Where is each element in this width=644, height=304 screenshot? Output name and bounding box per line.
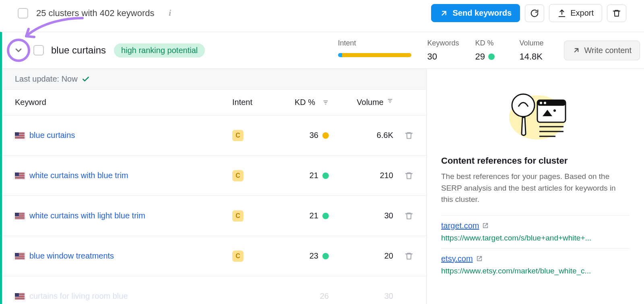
cluster-panel: blue curtains high ranking potential Int… [0,32,644,304]
content-references-panel: Content references for cluster The best … [427,69,644,304]
table-row: white curtains with blue trim C 21 210 [2,155,426,195]
reference-item: etsy.com https://www.etsy.com/market/blu… [441,248,630,281]
write-content-button[interactable]: Write content [564,41,640,60]
table-row: blue window treatments C 23 20 [2,236,426,276]
svg-point-10 [540,102,542,104]
col-volume[interactable]: Volume [329,98,393,107]
info-icon[interactable]: i [169,8,171,18]
us-flag-icon [15,132,25,139]
last-update-row: Last update: Now [2,69,426,89]
col-keyword[interactable]: Keyword [15,98,232,107]
kd-cell: 21 [268,171,329,180]
us-flag-icon [15,253,25,259]
trash-icon[interactable] [405,131,413,140]
references-description: The best references for your pages. Base… [441,171,630,205]
references-illustration [441,83,630,144]
keyword-link[interactable]: white curtains with light blue trim [29,211,145,220]
intent-chip: C [232,170,244,181]
trash-icon[interactable] [405,212,413,220]
keyword-cell: white curtains with light blue trim [15,211,232,220]
sort-icon [322,99,329,106]
sort-icon [387,98,393,104]
reference-item: target.com https://www.target.com/s/blue… [441,215,630,248]
table-header-row: Keyword Intent KD % Volume [2,89,426,115]
export-label: Export [570,8,594,18]
arrow-right-icon [440,9,448,18]
stat-kd: KD % 29 [467,39,512,62]
top-right: Send keywords Export [431,4,626,22]
keyword-link[interactable]: blue window treatments [29,251,114,261]
col-kd[interactable]: KD % [268,98,329,107]
references-title: Content references for cluster [441,156,630,166]
stat-intent: Intent [330,39,419,62]
reference-url: https://www.etsy.com/market/blue_white_c… [441,267,630,275]
kd-cell: 36 [268,131,329,140]
col-intent[interactable]: Intent [232,98,268,107]
intent-chip: C [232,251,244,262]
stat-kd-label: KD % [475,39,504,47]
stat-volume: Volume 14.8K [512,39,556,62]
cluster-stats: Intent Keywords 30 KD % 29 Volume 14.8K [330,39,556,62]
keyword-cell: blue window treatments [15,251,232,261]
intent-cell: C [232,170,268,181]
stat-kd-value: 29 [475,51,504,62]
refresh-button[interactable] [525,4,544,22]
svg-point-13 [553,109,556,112]
intent-bar [338,53,411,57]
stat-volume-value: 14.8K [520,51,548,62]
delete-cell [393,131,413,140]
trash-icon [612,9,621,18]
delete-cell [393,171,413,180]
table-row: white curtains with light blue trim C 21… [2,195,426,236]
keyword-link[interactable]: blue curtains [29,131,75,140]
kd-dot-icon [322,213,329,219]
send-keywords-button[interactable]: Send keywords [431,4,520,22]
volume-cell: 210 [329,171,393,180]
check-icon [82,75,90,83]
upload-icon [557,9,566,18]
cluster-checkbox[interactable] [33,45,44,55]
trash-icon[interactable] [405,252,413,261]
trash-icon[interactable] [405,171,413,180]
us-flag-icon [15,293,25,300]
cluster-header: blue curtains high ranking potential Int… [2,32,644,68]
stat-volume-label: Volume [520,39,548,47]
keyword-link[interactable]: curtains for living room blue [29,292,128,301]
write-content-label: Write content [584,46,632,55]
reference-domain-link[interactable]: etsy.com [441,254,483,263]
intent-cell: C [232,210,268,222]
send-keywords-label: Send keywords [452,8,512,18]
kd-cell: 21 [268,211,329,220]
intent-chip: C [232,210,244,222]
us-flag-icon [15,213,25,219]
refresh-icon [530,9,539,18]
last-update-label: Last update: Now [15,74,78,84]
kd-dot-icon [322,253,329,259]
volume-cell: 20 [329,251,393,261]
keyword-link[interactable]: white curtains with blue trim [29,171,128,180]
stat-intent-label: Intent [338,39,411,47]
kd-cell: 26 [268,292,329,301]
arrow-right-icon [572,46,580,54]
select-all-checkbox[interactable] [18,8,28,18]
table-row: curtains for living room blue 26 30 [2,276,426,304]
export-button[interactable]: Export [549,4,602,22]
top-bar: 25 clusters with 402 keywords i Send key… [0,0,644,32]
reference-domain-link[interactable]: target.com [441,221,489,230]
kd-dot-icon [322,173,329,179]
intent-cell: C [232,130,268,141]
cluster-summary: 25 clusters with 402 keywords [36,8,154,18]
expand-toggle[interactable] [7,39,30,62]
intent-cell: C [232,251,268,262]
volume-cell: 30 [329,211,393,220]
stat-keywords: Keywords 30 [419,39,467,62]
delete-all-button[interactable] [607,4,626,22]
cluster-title: blue curtains [51,45,106,56]
intent-chip: C [232,130,244,141]
kd-dot-icon [322,132,329,139]
delete-cell [393,212,413,220]
chevron-down-icon [14,45,23,55]
kd-cell: 23 [268,251,329,261]
kd-dot-icon [488,53,495,60]
keyword-cell: white curtains with blue trim [15,171,232,180]
